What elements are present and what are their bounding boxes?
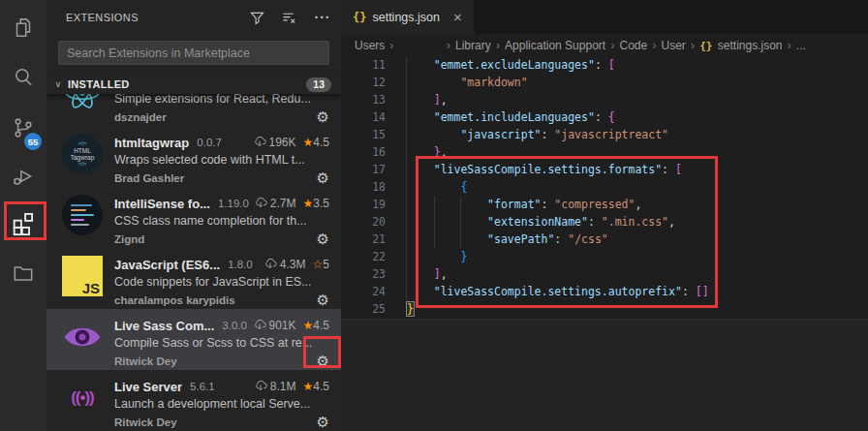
line-number: 17 bbox=[341, 161, 407, 178]
activity-item-source-control[interactable]: 55 bbox=[0, 108, 46, 147]
extension-item[interactable]: Simple extensions for React, Redu...dszn… bbox=[46, 94, 341, 126]
rating-value: 3.5 bbox=[313, 197, 329, 210]
extension-author: Ritwick Dey bbox=[114, 416, 317, 428]
breadcrumb-item[interactable]: Users bbox=[355, 39, 385, 52]
extension-author: dsznajder bbox=[114, 111, 317, 123]
rating-value: 4.5 bbox=[313, 136, 329, 149]
tab-bar: {} settings.json × bbox=[341, 0, 868, 34]
star-icon: ★ bbox=[303, 197, 314, 210]
code-line[interactable]: 12 "markdown" bbox=[341, 74, 868, 91]
editor-empty-area bbox=[341, 319, 868, 431]
breadcrumb-item[interactable]: User bbox=[662, 39, 686, 52]
breadcrumb-separator: › bbox=[788, 38, 791, 52]
line-number: 20 bbox=[341, 213, 407, 231]
gear-icon[interactable]: ⚙ bbox=[317, 170, 329, 185]
annotation-live-sass-gear bbox=[303, 336, 341, 368]
section-label: INSTALLED bbox=[68, 78, 302, 90]
breadcrumb-separator: › bbox=[389, 38, 393, 52]
line-number: 16 bbox=[341, 143, 407, 161]
cloud-download-icon bbox=[254, 196, 267, 212]
files-icon bbox=[11, 15, 36, 40]
code-line[interactable]: 15 "javascript": "javascriptreact" bbox=[341, 126, 868, 143]
cloud-download-icon bbox=[264, 257, 277, 273]
extension-item[interactable]: JSJavaScript (ES6...1.8.04.3M☆5Code snip… bbox=[46, 248, 341, 309]
clear-extension-search-icon[interactable] bbox=[281, 9, 298, 26]
extension-name: IntelliSense fo... bbox=[114, 197, 210, 211]
extension-version: 5.6.1 bbox=[190, 381, 215, 392]
extension-description: Wraps selected code with HTML t... bbox=[114, 151, 329, 169]
extension-name: Live Server bbox=[114, 380, 182, 394]
activity-item-explorer[interactable] bbox=[0, 8, 46, 46]
extension-author: Ritwick Dey bbox=[114, 355, 317, 367]
activity-item-folder[interactable] bbox=[0, 254, 46, 292]
intellisense-icon bbox=[62, 195, 103, 235]
extension-item[interactable]: Live Sass Com...3.0.0901K★4.5Compile Sas… bbox=[46, 309, 341, 370]
download-count: 901K bbox=[253, 318, 296, 334]
indent-guide bbox=[406, 56, 407, 300]
code-line[interactable]: 11 "emmet.excludeLanguages": [ bbox=[341, 56, 868, 74]
gear-icon[interactable]: ⚙ bbox=[317, 231, 329, 246]
folder-icon bbox=[11, 261, 36, 286]
extensions-search-input[interactable] bbox=[58, 41, 329, 65]
breadcrumb-separator: › bbox=[652, 38, 656, 52]
extension-name: JavaScript (ES6... bbox=[114, 258, 220, 272]
extension-description: Code snippets for JavaScript in ES... bbox=[114, 273, 329, 291]
extension-description: CSS class name completion for th... bbox=[114, 212, 329, 230]
gear-icon[interactable]: ⚙ bbox=[317, 292, 329, 307]
extension-item[interactable]: IntelliSense fo...1.19.02.7M★3.5CSS clas… bbox=[46, 187, 341, 248]
star-icon: ★ bbox=[303, 380, 314, 393]
close-icon[interactable]: × bbox=[453, 11, 462, 24]
line-number: 23 bbox=[341, 265, 407, 283]
extension-author: Zignd bbox=[114, 233, 317, 245]
search-wrap bbox=[46, 35, 341, 75]
live-sass-eye-icon bbox=[62, 317, 103, 357]
breadcrumb-item[interactable]: Code bbox=[619, 39, 647, 52]
gear-icon[interactable]: ⚙ bbox=[317, 415, 329, 429]
extension-item[interactable]: </>HTMLTagwrap</>htmltagwrap0.0.7196K★4.… bbox=[46, 126, 341, 187]
extension-description: Simple extensions for React, Redu... bbox=[114, 94, 329, 108]
gear-icon[interactable]: ⚙ bbox=[317, 109, 329, 124]
breadcrumb-item[interactable]: ... bbox=[796, 39, 806, 52]
rating-value: 4.5 bbox=[313, 319, 329, 332]
line-number: 25 bbox=[341, 300, 407, 318]
line-number: 19 bbox=[341, 196, 407, 213]
line-number: 12 bbox=[341, 74, 407, 91]
tab-label: settings.json bbox=[372, 11, 439, 24]
breadcrumb-item[interactable]: Library bbox=[455, 39, 491, 52]
react-icon bbox=[62, 94, 103, 113]
javascript-icon: JS bbox=[62, 256, 103, 296]
line-number: 14 bbox=[341, 108, 407, 126]
activity-item-debug[interactable] bbox=[0, 157, 46, 196]
annotation-livesass-settings-code bbox=[416, 156, 718, 308]
installed-count-badge: 13 bbox=[306, 77, 331, 92]
breadcrumb-separator: › bbox=[610, 38, 614, 52]
json-file-icon: {} bbox=[699, 40, 712, 52]
cloud-download-icon bbox=[253, 318, 266, 334]
activity-item-search[interactable] bbox=[0, 58, 46, 97]
extension-version: 0.0.7 bbox=[197, 137, 222, 148]
tab-settings-json[interactable]: {} settings.json × bbox=[341, 0, 475, 34]
code-line[interactable]: 14 "emmet.includeLanguages": { bbox=[341, 108, 868, 126]
cloud-download-icon bbox=[253, 135, 266, 151]
extension-item[interactable]: ((•))Live Server5.6.18.1M★4.5Launch a de… bbox=[46, 370, 341, 431]
breadcrumb: Users››Library›Application Support›Code›… bbox=[341, 34, 868, 56]
search-icon bbox=[11, 65, 36, 90]
extension-description: Launch a development local Serve... bbox=[114, 395, 329, 413]
extension-description: Compile Sass or Scss to CSS at re... bbox=[114, 334, 329, 352]
htmltagwrap-icon: </>HTMLTagwrap</> bbox=[62, 134, 103, 174]
installed-section-header[interactable]: ∨ INSTALLED 13 bbox=[46, 75, 341, 94]
extension-author: Brad Gashler bbox=[114, 172, 317, 184]
sidebar-header: EXTENSIONS ··· bbox=[46, 0, 341, 35]
more-actions-icon[interactable]: ··· bbox=[314, 9, 331, 26]
breadcrumb-item[interactable]: {} settings.json bbox=[699, 39, 782, 52]
filter-icon[interactable] bbox=[248, 9, 265, 26]
download-count: 196K bbox=[253, 135, 296, 151]
breadcrumb-separator: › bbox=[447, 38, 450, 52]
vscode-window: 55 EXTENSIONS bbox=[0, 0, 868, 431]
extension-version: 1.8.0 bbox=[228, 259, 253, 270]
breadcrumb-item[interactable]: Application Support bbox=[505, 39, 605, 52]
code-line[interactable]: 13 ], bbox=[341, 91, 868, 108]
extension-author: charalampos karypidis bbox=[114, 294, 317, 306]
download-count: 4.3M bbox=[264, 257, 306, 273]
extensions-sidebar: EXTENSIONS ··· ∨ INSTALLED 13 Simple ext… bbox=[46, 0, 341, 431]
